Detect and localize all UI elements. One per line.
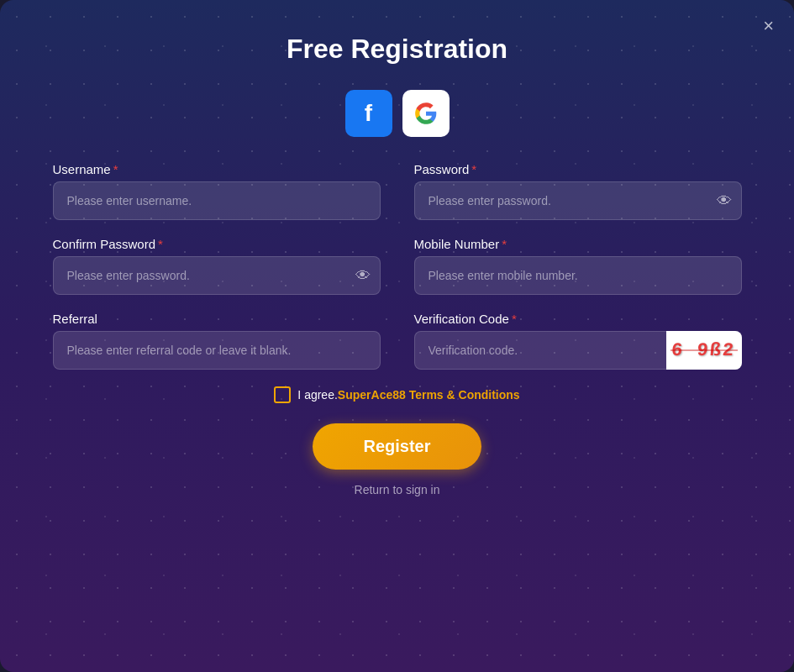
- verification-code-label: Verification Code*: [414, 312, 742, 326]
- verification-required-star: *: [512, 312, 517, 326]
- facebook-icon: f: [365, 100, 372, 127]
- modal-title: Free Registration: [287, 34, 507, 65]
- terms-text: I agree.SuperAce88 Terms & Conditions: [297, 388, 519, 402]
- username-input-wrapper: [53, 181, 381, 220]
- password-input-wrapper: 👁: [414, 181, 742, 220]
- mobile-required-star: *: [502, 237, 507, 251]
- return-to-signin-link[interactable]: Return to sign in: [355, 483, 440, 496]
- captcha-image[interactable]: 6 9ß2: [666, 331, 742, 370]
- terms-link[interactable]: SuperAce88 Terms & Conditions: [338, 388, 520, 402]
- referral-label: Referral: [53, 312, 381, 326]
- username-input[interactable]: [53, 181, 381, 220]
- verification-code-input-wrapper: 6 9ß2: [414, 331, 742, 370]
- google-icon: [414, 102, 438, 125]
- confirm-password-label: Confirm Password*: [53, 237, 381, 251]
- terms-row: I agree.SuperAce88 Terms & Conditions: [274, 386, 519, 403]
- register-button[interactable]: Register: [313, 423, 481, 470]
- confirm-password-input-wrapper: 👁: [53, 256, 381, 295]
- confirm-password-field-group: Confirm Password* 👁: [53, 237, 381, 295]
- username-label: Username*: [53, 162, 381, 176]
- close-button[interactable]: ×: [763, 17, 774, 35]
- captcha-text: 6 9ß2: [670, 340, 736, 361]
- confirm-password-required-star: *: [158, 237, 163, 251]
- social-login-icons: f: [345, 90, 450, 137]
- terms-checkbox[interactable]: [274, 386, 291, 403]
- facebook-login-button[interactable]: f: [345, 90, 392, 137]
- mobile-number-input[interactable]: [414, 256, 742, 295]
- registration-modal: × Free Registration f Username*: [0, 0, 794, 672]
- referral-input-wrapper: [53, 331, 381, 370]
- registration-form: Username* Password* 👁 Confirm Password*: [53, 162, 742, 370]
- password-eye-icon[interactable]: 👁: [717, 192, 732, 210]
- username-field-group: Username*: [53, 162, 381, 220]
- confirm-password-input[interactable]: [53, 256, 381, 295]
- password-field-group: Password* 👁: [414, 162, 742, 220]
- google-login-button[interactable]: [402, 90, 450, 137]
- mobile-number-input-wrapper: [414, 256, 742, 295]
- password-input[interactable]: [414, 181, 742, 220]
- referral-input[interactable]: [53, 331, 381, 370]
- mobile-number-label: Mobile Number*: [414, 237, 742, 251]
- confirm-password-eye-icon[interactable]: 👁: [355, 267, 371, 285]
- verification-code-field-group: Verification Code* 6 9ß2: [414, 312, 742, 370]
- username-required-star: *: [113, 162, 118, 176]
- password-label: Password*: [414, 162, 742, 176]
- referral-field-group: Referral: [53, 312, 381, 370]
- mobile-number-field-group: Mobile Number*: [414, 237, 742, 295]
- password-required-star: *: [471, 162, 476, 176]
